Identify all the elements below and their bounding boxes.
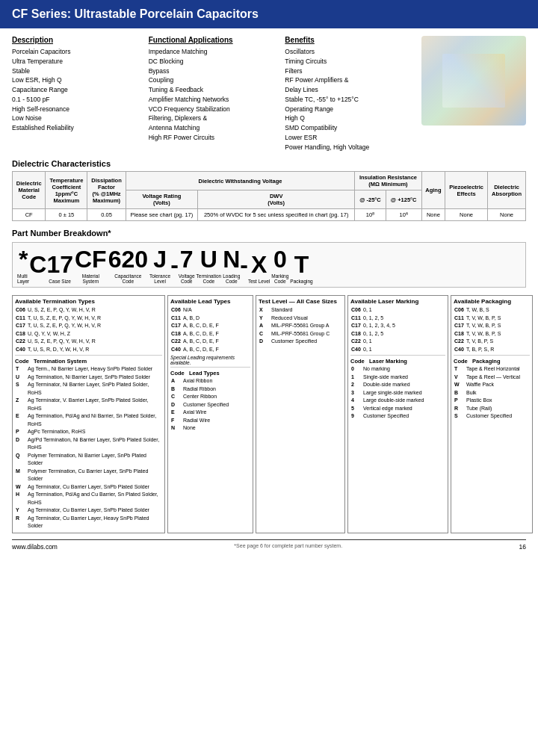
pn-dash1: - (170, 251, 179, 284)
list-item: 2Double-side marked (350, 381, 445, 389)
packaging-subheader: Code Packaging (454, 358, 530, 365)
term-system-subheader: Code Termination System (15, 358, 162, 365)
list-item: YAg Terminator, Cu Barrier Layer, SnPb P… (15, 506, 162, 515)
footer-website: www.dilabs.com (12, 543, 58, 551)
col-dissipation: DissipationFactor(% @1MHzMaximum) (87, 172, 126, 209)
list-item: PAgPc Termination, RoHS (15, 428, 162, 436)
functional-col: Functional Applications Impedance Matchi… (149, 36, 278, 152)
description-col: Description Porcelain CapacitorsUltra Te… (12, 36, 141, 152)
capacitor-image (421, 36, 526, 126)
avail-lead-title: Available Lead Types (170, 298, 250, 305)
avail-laser-box: Available Laser Marking C060, 1 C110, 1,… (347, 295, 448, 533)
col-dwv-volts: DWV(Volts) (198, 190, 355, 209)
laser-marking-subheader: Code Laser Marking (350, 358, 445, 365)
list-item: AMIL-PRF-55681 Group A (259, 322, 342, 330)
list-item: C06T, W, B, S (454, 306, 530, 315)
list-item: C17T, U, S, Z, E, P, Q, Y, W, H, V, R (15, 322, 162, 330)
list-item: RAg Terminator, Cu Barrier Layer, Heavy … (15, 515, 162, 530)
bottom-section: Available Termination Types C06U, S, Z, … (12, 295, 526, 533)
lead-codes-table: C06N/A C11A, B, D C17A, B, C, D, E, F C1… (170, 306, 250, 353)
pn-x: X Test Level (248, 251, 270, 284)
list-item: QPolymer Termination, Ni Barrier Layer, … (15, 452, 162, 468)
packaging-table: TTape & Reel Horizontal VTape & Reel — V… (454, 365, 530, 421)
part-title: Part Number Breakdown* (12, 229, 526, 238)
list-item: 5Vertical edge marked (350, 405, 445, 413)
pn-n: N LoadingCode (223, 246, 240, 284)
list-item: C170, 1, 2, 3, 4, 5 (350, 322, 445, 330)
list-item: C180, 1, 2, 5 (350, 330, 445, 338)
pn-17: 17 Case Size (46, 251, 73, 284)
description-heading: Description (12, 36, 141, 44)
list-item: YReduced Visual (259, 315, 342, 323)
list-item: C40A, B, C, D, E, F (170, 346, 250, 354)
dielectric-piezo-val: None (445, 209, 488, 221)
list-item: TTape & Reel Horizontal (454, 365, 530, 374)
list-item: EAxial Wire (170, 409, 250, 417)
description-text: Porcelain CapacitorsUltra TemperatureSta… (12, 47, 141, 133)
pn-t: T Packaging (290, 251, 312, 284)
pn-c: C (29, 251, 46, 284)
list-item: C22T, V, B, P, S (454, 338, 530, 346)
list-item: C060, 1 (350, 306, 445, 315)
footer-note: *See page 6 for complete part number sys… (234, 543, 342, 551)
benefits-heading: Benefits (285, 36, 414, 44)
pn-0: 0 MarkingCode (271, 246, 288, 284)
part-number-display: * MultiLayer C 17 Case Size CF MaterialS… (12, 242, 526, 288)
col-temp-coeff: TemperatureCoefficient1ppm/°CMaximum (46, 172, 87, 209)
list-item: PPlastic Box (454, 397, 530, 405)
dielectric-125c-val: 10⁶ (386, 209, 421, 221)
laser-codes-table: C060, 1 C110, 1, 2, 5 C170, 1, 2, 3, 4, … (350, 306, 445, 353)
benefits-text: OscillatorsTiming CircuitsFiltersRF Powe… (285, 47, 414, 152)
list-item: DAg/Pd Termination, Ni Barrier Layer, Sn… (15, 436, 162, 452)
dielectric-temp-val: 0 ± 15 (46, 209, 87, 221)
col-dwv-header: Dielectric Withstanding Voltage (126, 172, 355, 190)
packaging-codes-table: C06T, W, B, S C11T, V, W, B, P, S C17T, … (454, 306, 530, 353)
list-item: C11A, B, D (170, 315, 250, 323)
term-system-table: TAg Term., Ni Barrier Layer, Heavy SnPb … (15, 365, 162, 530)
lead-note: Special Leading requirements available. (170, 355, 250, 365)
list-item: XStandard (259, 306, 342, 315)
pn-u: U TerminationCode (197, 246, 222, 284)
list-item: 4Large double-side marked (350, 397, 445, 405)
col-insulation-header: Insulation Resistance(MΩ Minimum) (355, 172, 421, 190)
list-item: C06N/A (170, 306, 250, 315)
avail-laser-title: Available Laser Marking (350, 298, 445, 305)
pn-620: 620 CapacitanceCode (108, 246, 148, 284)
list-item: FRadial Wire (170, 417, 250, 425)
list-item: ZAg Terminator, V. Barrier Layer, SnPb P… (15, 397, 162, 412)
avail-termination-box: Available Termination Types C06U, S, Z, … (12, 295, 165, 533)
page-title: CF Series: Ultrastable Porcelain Capacit… (12, 7, 259, 21)
list-item: TAg Term., Ni Barrier Layer, Heavy SnPb … (15, 365, 162, 374)
list-item: HAg Termination, Pd/Ag and Cu Barrier, S… (15, 491, 162, 506)
list-item: C11T, U, S, Z, E, P, Q, Y, W, H, V, R (15, 315, 162, 323)
list-item: 1Single-side marked (350, 374, 445, 382)
list-item: C18T, V, W, B, P, S (454, 330, 530, 338)
list-item: SAg Terminator, Ni Barrier Layer, SnPb P… (15, 381, 162, 397)
dielectric-dissip-val: 0.05 (87, 209, 126, 221)
dielectric-title: Dielectric Characteristics (12, 159, 526, 168)
list-item: BBulk (454, 389, 530, 397)
list-item: CCenter Ribbon (170, 393, 250, 401)
dielectric-aging-val: None (421, 209, 445, 221)
test-level-table: XStandard YReduced Visual AMIL-PRF-55681… (259, 306, 342, 346)
list-item: CMIL-PRF-55681 Group C (259, 330, 342, 338)
col-voltage-rating: Voltage Rating(Volts) (126, 190, 197, 209)
avail-packaging-title: Available Packaging (454, 298, 530, 305)
list-item: C400, 1 (350, 346, 445, 354)
list-item: C22A, B, C, D, E, F (170, 338, 250, 346)
dielectric-table: DielectricMaterialCode TemperatureCoeffi… (12, 171, 526, 221)
functional-heading: Functional Applications (149, 36, 278, 44)
termination-codes-table: C06U, S, Z, E, P, Q, Y, W, H, V, R C11T,… (15, 306, 162, 353)
list-item: C18A, B, C, D, E, F (170, 330, 250, 338)
top-section: Description Porcelain CapacitorsUltra Te… (12, 36, 526, 152)
col-dielectric-code: DielectricMaterialCode (13, 172, 46, 209)
list-item: C06U, S, Z, E, P, Q, Y, W, H, V, R (15, 306, 162, 315)
lead-types-table: AAxial Ribbon BRadial Ribbon CCenter Rib… (170, 377, 250, 433)
test-level-title: Test Level — All Case Sizes (259, 298, 342, 305)
dielectric-25c-val: 10⁸ (355, 209, 386, 221)
test-level-box: Test Level — All Case Sizes XStandard YR… (256, 295, 345, 533)
footer: www.dilabs.com *See page 6 for complete … (12, 539, 526, 551)
list-item: DCustomer Specified (259, 338, 342, 346)
list-item: MPolymer Termination, Cu Barrier Layer, … (15, 468, 162, 483)
list-item: C40T, U, S, R, D, Y, W, H, V, R (15, 346, 162, 354)
